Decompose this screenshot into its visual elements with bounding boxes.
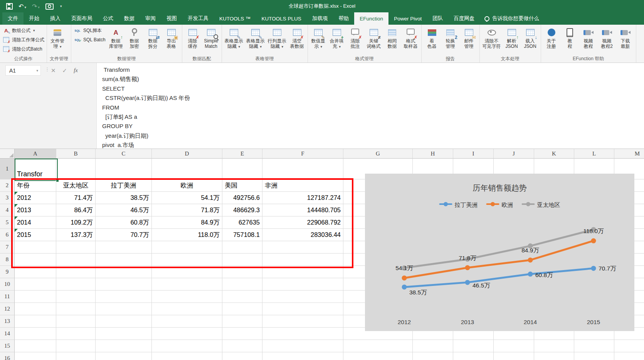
cell-D12[interactable] bbox=[152, 303, 222, 315]
cell-D11[interactable] bbox=[152, 291, 222, 303]
ribbon-button-about-register[interactable]: 关于注册 bbox=[542, 25, 561, 49]
cell-M16[interactable] bbox=[614, 352, 644, 360]
redo-icon[interactable]: ↷▾ bbox=[32, 3, 40, 10]
insert-function-icon[interactable]: fx bbox=[74, 67, 78, 74]
cell-F15[interactable] bbox=[262, 340, 343, 352]
cell-L15[interactable] bbox=[574, 340, 614, 352]
cell-E14[interactable] bbox=[222, 328, 262, 340]
ribbon-button-mail-manager[interactable]: ✉邮件管理 bbox=[460, 25, 478, 49]
cell-A13[interactable] bbox=[15, 315, 56, 328]
tab-插入[interactable]: 插入 bbox=[45, 12, 66, 25]
column-header-E[interactable]: E bbox=[222, 149, 262, 159]
cell-B12[interactable] bbox=[56, 303, 96, 315]
ribbon-button-merge-fill[interactable]: +合并填充 ▾ bbox=[328, 25, 346, 49]
ribbon-button-file-manager[interactable]: 文件管理 ▾ bbox=[48, 25, 67, 49]
cell-A10[interactable] bbox=[15, 278, 56, 291]
name-box[interactable]: A1 ▾ bbox=[5, 65, 41, 76]
cell-C13[interactable] bbox=[96, 315, 152, 328]
cell-A11[interactable] bbox=[15, 291, 56, 303]
cell-M15[interactable] bbox=[614, 340, 644, 352]
ribbon-button-rowcol-show-hide[interactable]: 行列显示隐藏 ▾ bbox=[266, 25, 288, 49]
tab-加载项[interactable]: 加载项 bbox=[307, 12, 333, 25]
tell-me-box[interactable]: 告诉我你想要做什么 bbox=[480, 12, 544, 25]
column-header-J[interactable]: J bbox=[494, 149, 534, 159]
cell-H16[interactable] bbox=[413, 352, 453, 360]
ribbon-button-clear-table-data[interactable]: ✗清空表数据 bbox=[288, 25, 306, 49]
cell-G16[interactable] bbox=[343, 352, 413, 360]
cell-J16[interactable] bbox=[494, 352, 534, 360]
cell-C11[interactable] bbox=[96, 291, 152, 303]
column-header-A[interactable]: A bbox=[15, 149, 56, 159]
column-header-B[interactable]: B bbox=[56, 149, 96, 159]
name-box-dropdown-icon[interactable]: ▾ bbox=[36, 69, 38, 73]
tab-公式[interactable]: 公式 bbox=[98, 12, 119, 25]
cell-B13[interactable] bbox=[56, 315, 96, 328]
column-header-H[interactable]: H bbox=[413, 149, 453, 159]
cell-B10[interactable] bbox=[56, 278, 96, 291]
cell-C14[interactable] bbox=[96, 328, 152, 340]
undo-icon[interactable]: ↶▾ bbox=[18, 3, 26, 10]
tab-数据[interactable]: 数据 bbox=[119, 12, 140, 25]
column-header-D[interactable]: D bbox=[152, 149, 222, 159]
sales-trend-chart[interactable]: 历年销售额趋势拉丁美洲欧洲亚太地区38.5万46.5万60.8万70.7万54.… bbox=[365, 174, 634, 331]
camera-icon[interactable] bbox=[45, 3, 54, 10]
tab-KUTOOLS PLUS[interactable]: KUTOOLS PLUS bbox=[256, 12, 307, 25]
cell-A15[interactable] bbox=[15, 340, 56, 352]
cell-J15[interactable] bbox=[494, 340, 534, 352]
ribbon-button-clear-invisible-chars[interactable]: 清除不可见字符 bbox=[481, 25, 503, 49]
tab-页面布局[interactable]: 页面布局 bbox=[66, 12, 98, 25]
cell-B16[interactable] bbox=[56, 352, 96, 360]
ribbon-button-clear-cache[interactable]: ✗清除缓存 bbox=[183, 25, 202, 49]
ribbon-button-format-sampler[interactable]: ✗格式取样器 bbox=[402, 25, 420, 49]
cell-C10[interactable] bbox=[96, 278, 152, 291]
cell-C12[interactable] bbox=[96, 303, 152, 315]
cell-G15[interactable] bbox=[343, 340, 413, 352]
ribbon-button-clear-comment[interactable]: ✗清除批注 bbox=[346, 25, 365, 49]
cell-B11[interactable] bbox=[56, 291, 96, 303]
row-header-11[interactable]: 11 bbox=[0, 291, 15, 303]
row-header-10[interactable]: 10 bbox=[0, 278, 15, 291]
cell-D10[interactable] bbox=[152, 278, 222, 291]
column-header-C[interactable]: C bbox=[96, 149, 152, 159]
tab-开始[interactable]: 开始 bbox=[24, 12, 45, 25]
row-header-14[interactable]: 14 bbox=[0, 328, 15, 340]
ribbon-button-download-latest[interactable]: 下载最新 bbox=[616, 25, 635, 49]
ribbon-button-access-database[interactable]: A↑数据库管理 bbox=[107, 25, 125, 49]
ribbon-button-clear-workbook-formula[interactable]: ✗清除工作簿公式 bbox=[2, 36, 44, 44]
cell-E12[interactable] bbox=[222, 303, 262, 315]
row-header-12[interactable]: 12 bbox=[0, 303, 15, 315]
ribbon-button-export-table[interactable]: ▣导出表格 bbox=[162, 25, 181, 49]
ribbon-button-key[interactable]: 数据加密 bbox=[125, 25, 144, 49]
tab-Power Pivot[interactable]: Power Pivot bbox=[388, 12, 427, 25]
ribbon-button-sheet-show-hide[interactable]: ✎表格显示隐藏 ▾ bbox=[223, 25, 245, 49]
cell-D1[interactable] bbox=[152, 159, 222, 179]
cell-F13[interactable] bbox=[262, 315, 343, 328]
cancel-icon[interactable]: ✕ bbox=[51, 67, 56, 74]
cell-D16[interactable] bbox=[152, 352, 222, 360]
tab-百度网盘[interactable]: 百度网盘 bbox=[448, 12, 480, 25]
cell-F16[interactable] bbox=[262, 352, 343, 360]
cell-F1[interactable] bbox=[262, 159, 343, 179]
row-header-1[interactable]: 1 bbox=[0, 159, 15, 179]
cell-K16[interactable] bbox=[534, 352, 574, 360]
tab-审阅[interactable]: 审阅 bbox=[140, 12, 161, 25]
ribbon-button-value-display[interactable]: ✎数值显示 ▾ bbox=[309, 25, 328, 49]
cell-F14[interactable] bbox=[262, 328, 343, 340]
ribbon-button-video-tutorial-2[interactable]: 视频教程2 bbox=[598, 25, 616, 49]
cell-A16[interactable] bbox=[15, 352, 56, 360]
tab-EFunction[interactable]: EFunction bbox=[354, 12, 388, 25]
ribbon-button-load-json[interactable]: ↓载入JSON bbox=[521, 25, 540, 49]
tab-视图[interactable]: 视图 bbox=[161, 12, 182, 25]
cell-C15[interactable] bbox=[96, 340, 152, 352]
cell-C16[interactable] bbox=[96, 352, 152, 360]
qat-customize-icon[interactable]: ▾ bbox=[60, 4, 62, 8]
cell-F12[interactable] bbox=[262, 303, 343, 315]
cell-E11[interactable] bbox=[222, 291, 262, 303]
cell-A12[interactable] bbox=[15, 303, 56, 315]
row-header-13[interactable]: 13 bbox=[0, 315, 15, 328]
row-header-15[interactable]: 15 bbox=[0, 340, 15, 352]
cell-F11[interactable] bbox=[262, 291, 343, 303]
ribbon-button-array-formula[interactable]: A✎数组公式▾ bbox=[2, 27, 44, 34]
cell-F10[interactable] bbox=[262, 278, 343, 291]
cell-A14[interactable] bbox=[15, 328, 56, 340]
